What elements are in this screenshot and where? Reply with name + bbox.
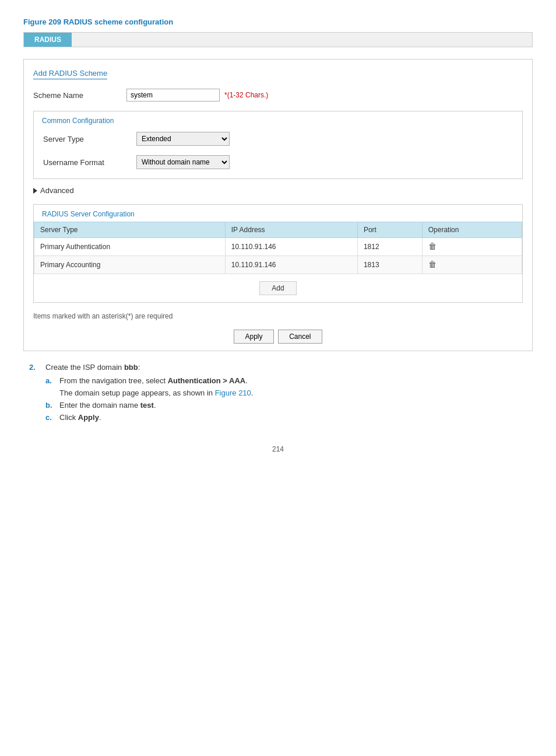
server-type-value: Extended Standard xyxy=(136,132,230,146)
row2-operation xyxy=(422,256,522,274)
delete-icon-2[interactable] xyxy=(428,260,438,270)
row2-ip: 10.110.91.146 xyxy=(225,256,357,274)
server-type-row: Server Type Extended Standard xyxy=(34,127,522,150)
scheme-name-value: *(1-32 Chars.) xyxy=(126,89,268,102)
figure-title: Figure 209 RADIUS scheme configuration xyxy=(23,18,533,26)
row1-server-type: Primary Authentication xyxy=(34,238,226,256)
radius-server-section: RADIUS Server Configuration Server Type … xyxy=(33,204,523,303)
sub-c-content: Click Apply. xyxy=(59,413,101,422)
sub-steps: a. From the navigation tree, select Auth… xyxy=(45,376,533,422)
table-row: Primary Authentication 10.110.91.146 181… xyxy=(34,238,522,256)
col-ip-address: IP Address xyxy=(225,222,357,238)
username-format-value: Without domain name With domain name xyxy=(136,155,230,169)
sub-a-bold: Authentication > AAA xyxy=(168,376,246,385)
form-container: Add RADIUS Scheme Scheme Name *(1-32 Cha… xyxy=(23,59,533,351)
scheme-name-hint: *(1-32 Chars.) xyxy=(224,91,268,99)
step-2: 2. Create the ISP domain bbb: xyxy=(29,363,533,372)
sub-c-label: c. xyxy=(45,413,55,422)
step-2-num: 2. xyxy=(29,363,41,372)
delete-icon-1[interactable] xyxy=(428,242,438,252)
server-type-select[interactable]: Extended Standard xyxy=(136,132,230,146)
apply-button[interactable]: Apply xyxy=(234,330,273,344)
radius-tab[interactable]: RADIUS xyxy=(24,33,72,47)
col-port: Port xyxy=(357,222,422,238)
step-2-text: Create the ISP domain bbb: xyxy=(45,363,140,372)
username-format-row: Username Format Without domain name With… xyxy=(34,150,522,174)
server-type-label: Server Type xyxy=(43,135,136,144)
username-format-label: Username Format xyxy=(43,158,136,167)
add-button[interactable]: Add xyxy=(259,281,296,295)
sub-b-label: b. xyxy=(45,401,55,410)
server-table: Server Type IP Address Port Operation Pr… xyxy=(34,222,522,274)
add-btn-row: Add xyxy=(34,274,522,302)
advanced-row[interactable]: Advanced xyxy=(24,184,532,200)
scheme-name-row: Scheme Name *(1-32 Chars.) xyxy=(24,84,532,106)
row1-port: 1812 xyxy=(357,238,422,256)
add-radius-title: Add RADIUS Scheme xyxy=(24,66,532,79)
row1-operation xyxy=(422,238,522,256)
col-operation: Operation xyxy=(422,222,522,238)
sub-step-b: b. Enter the domain name test. xyxy=(45,401,533,410)
row2-port: 1813 xyxy=(357,256,422,274)
sub-a-label: a. xyxy=(45,376,55,385)
username-format-select[interactable]: Without domain name With domain name xyxy=(136,155,230,169)
step-2-bold: bbb xyxy=(124,363,138,372)
page-number: 214 xyxy=(23,445,533,453)
sub-b-bold: test xyxy=(140,401,154,410)
common-config-legend: Common Configuration xyxy=(38,117,117,125)
cancel-button[interactable]: Cancel xyxy=(278,330,322,344)
arrow-right-icon xyxy=(33,188,37,194)
radius-server-legend: RADIUS Server Configuration xyxy=(38,210,138,218)
common-config-section: Common Configuration Server Type Extende… xyxy=(33,111,523,179)
sub-step-a: a. From the navigation tree, select Auth… xyxy=(45,376,533,385)
scheme-name-input[interactable] xyxy=(126,89,220,102)
sub-b-content: Enter the domain name test. xyxy=(59,401,156,410)
sub-a-content: From the navigation tree, select Authent… xyxy=(59,376,248,385)
instruction-section: 2. Create the ISP domain bbb: a. From th… xyxy=(23,363,533,422)
tab-bar: RADIUS xyxy=(23,32,533,47)
required-note: Items marked with an asterisk(*) are req… xyxy=(24,310,532,325)
sub-c-bold: Apply xyxy=(78,413,99,422)
row2-server-type: Primary Accounting xyxy=(34,256,226,274)
sub-a-note: The domain setup page appears, as shown … xyxy=(59,388,533,397)
scheme-name-label: Scheme Name xyxy=(33,91,126,100)
table-row: Primary Accounting 10.110.91.146 1813 xyxy=(34,256,522,274)
action-buttons: Apply Cancel xyxy=(24,325,532,351)
sub-step-c: c. Click Apply. xyxy=(45,413,533,422)
figure-210-link[interactable]: Figure 210 xyxy=(215,388,251,397)
col-server-type: Server Type xyxy=(34,222,226,238)
advanced-label: Advanced xyxy=(40,186,74,195)
row1-ip: 10.110.91.146 xyxy=(225,238,357,256)
